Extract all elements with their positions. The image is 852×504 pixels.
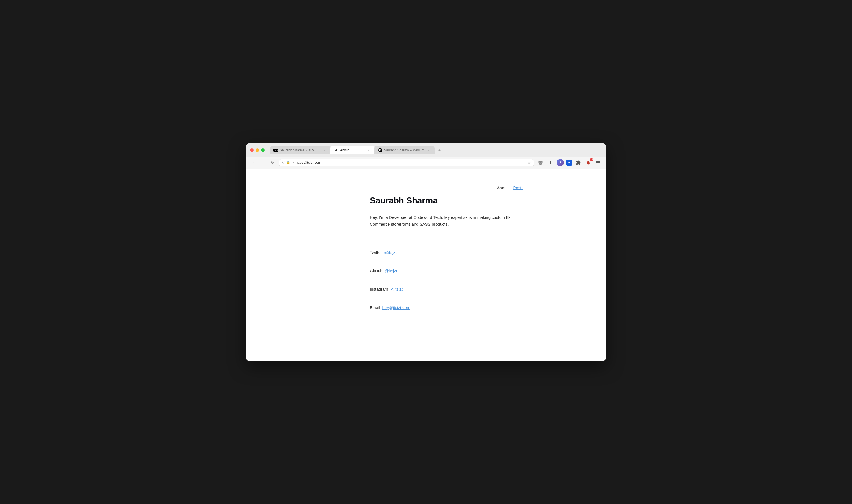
notifications-badge: 15 — [590, 158, 593, 161]
tab-about-close[interactable]: ✕ — [366, 148, 370, 152]
forward-button[interactable]: → — [259, 159, 267, 166]
github-label: GitHub — [370, 268, 383, 273]
tab-medium[interactable]: M Saurabh Sharma – Medium ✕ — [375, 146, 435, 155]
title-bar: DEV Saurabh Sharma - DEV Commu… ✕ About … — [246, 143, 606, 157]
bitwarden-icon[interactable]: B — [566, 160, 572, 166]
traffic-lights — [250, 148, 265, 152]
tab-medium-label: Saurabh Sharma – Medium — [384, 148, 424, 152]
github-link[interactable]: @itsjzt — [385, 268, 397, 273]
social-twitter: Twitter @itsjzt — [370, 250, 512, 255]
lock-icon: 🔒 — [286, 161, 290, 164]
page-description: Hey, I'm a Developer at Codeword Tech. M… — [370, 214, 512, 228]
pocket-icon[interactable] — [537, 159, 544, 166]
email-label: Email — [370, 305, 380, 310]
browser-window: DEV Saurabh Sharma - DEV Commu… ✕ About … — [246, 143, 606, 361]
download-icon[interactable]: ⬇ — [546, 159, 554, 166]
twitter-link[interactable]: @itsjzt — [384, 250, 396, 255]
twitter-label: Twitter — [370, 250, 382, 255]
back-button[interactable]: ← — [250, 159, 258, 166]
toolbar: ← → ↻ 🛡 🔒 ⇄ ☆ ⬇ S — [246, 157, 606, 169]
address-bar-right: ☆ — [527, 160, 531, 165]
social-instagram: Instagram @itsjzt — [370, 287, 512, 291]
tab-dev-close[interactable]: ✕ — [322, 148, 327, 152]
security-icons: 🛡 🔒 ⇄ — [282, 161, 294, 164]
profile-avatar: S — [557, 159, 564, 166]
tab-dev[interactable]: DEV Saurabh Sharma - DEV Commu… ✕ — [270, 146, 330, 155]
social-email: Email hey@itsjzt.com — [370, 305, 512, 310]
tab-about[interactable]: About ✕ — [330, 146, 375, 155]
notifications-icon[interactable]: 15 — [585, 159, 592, 166]
site-info-icon: ⇄ — [291, 161, 294, 164]
hamburger-line-3 — [596, 164, 600, 164]
tab-dev-label: Saurabh Sharma - DEV Commu… — [280, 148, 320, 152]
page-main: Saurabh Sharma Hey, I'm a Developer at C… — [353, 196, 529, 310]
reload-button[interactable]: ↻ — [269, 159, 276, 166]
divider — [370, 239, 512, 239]
tab-about-label: About — [340, 148, 364, 152]
address-bar-container[interactable]: 🛡 🔒 ⇄ ☆ — [279, 159, 534, 166]
about-tab-icon — [334, 148, 338, 152]
instagram-label: Instagram — [370, 287, 388, 291]
new-tab-button[interactable]: + — [436, 147, 443, 155]
nav-posts[interactable]: Posts — [513, 185, 523, 190]
email-link[interactable]: hey@itsjzt.com — [382, 305, 410, 310]
hamburger-icon — [594, 160, 602, 166]
close-traffic-light[interactable] — [250, 148, 254, 152]
maximize-traffic-light[interactable] — [261, 148, 265, 152]
instagram-link[interactable]: @itsjzt — [390, 287, 403, 291]
menu-button[interactable] — [594, 159, 602, 166]
hamburger-line-1 — [596, 161, 600, 162]
profile-icon[interactable]: S — [556, 159, 564, 166]
tab-medium-close[interactable]: ✕ — [426, 148, 431, 152]
page-content: About Posts Saurabh Sharma Hey, I'm a De… — [246, 169, 606, 361]
tab-bar: DEV Saurabh Sharma - DEV Commu… ✕ About … — [270, 146, 602, 155]
medium-tab-icon: M — [378, 148, 382, 152]
nav-about[interactable]: About — [497, 185, 507, 190]
social-github: GitHub @itsjzt — [370, 268, 512, 273]
title-bar-top: DEV Saurabh Sharma - DEV Commu… ✕ About … — [250, 146, 602, 155]
bookmark-icon[interactable]: ☆ — [527, 160, 531, 165]
minimize-traffic-light[interactable] — [256, 148, 259, 152]
address-input[interactable] — [296, 160, 526, 164]
shield-icon: 🛡 — [282, 161, 285, 164]
page-title: Saurabh Sharma — [370, 196, 512, 206]
nav-buttons: ← → ↻ — [250, 159, 276, 166]
extensions-icon[interactable] — [574, 159, 582, 166]
dev-tab-icon: DEV — [274, 148, 278, 152]
hamburger-line-2 — [596, 162, 600, 163]
toolbar-right-icons: ⬇ S B 15 — [537, 159, 602, 166]
page-nav: About Posts — [246, 180, 606, 196]
